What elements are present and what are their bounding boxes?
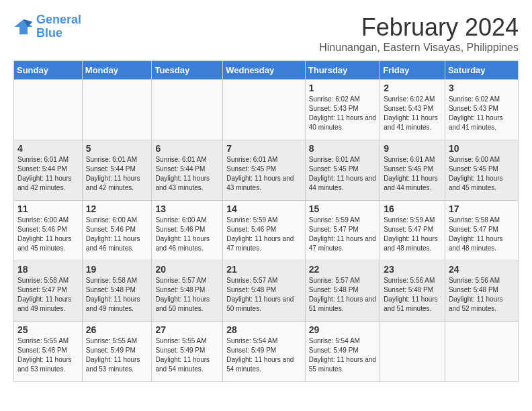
calendar-cell: 26Sunrise: 5:55 AM Sunset: 5:49 PM Dayli…	[82, 322, 152, 382]
day-detail: Sunrise: 6:00 AM Sunset: 5:46 PM Dayligh…	[86, 216, 148, 253]
day-number: 28	[226, 324, 302, 335]
calendar-cell: 10Sunrise: 6:00 AM Sunset: 5:45 PM Dayli…	[445, 140, 518, 201]
calendar-header-row: SundayMondayTuesdayWednesdayThursdayFrid…	[14, 61, 519, 80]
day-number: 23	[384, 264, 441, 275]
calendar-cell	[223, 80, 306, 140]
day-number: 21	[226, 264, 302, 275]
day-detail: Sunrise: 5:55 AM Sunset: 5:49 PM Dayligh…	[86, 336, 148, 374]
day-number: 11	[17, 203, 79, 214]
calendar-cell: 18Sunrise: 5:58 AM Sunset: 5:47 PM Dayli…	[14, 261, 83, 322]
calendar-week-3: 11Sunrise: 6:00 AM Sunset: 5:46 PM Dayli…	[14, 201, 519, 261]
day-number: 4	[17, 143, 79, 154]
calendar-week-4: 18Sunrise: 5:58 AM Sunset: 5:47 PM Dayli…	[14, 261, 519, 322]
day-detail: Sunrise: 5:59 AM Sunset: 5:47 PM Dayligh…	[309, 216, 376, 253]
calendar-cell: 25Sunrise: 5:55 AM Sunset: 5:48 PM Dayli…	[14, 322, 83, 382]
calendar-cell: 19Sunrise: 5:58 AM Sunset: 5:48 PM Dayli…	[82, 261, 152, 322]
day-number: 27	[155, 324, 219, 335]
logo-icon	[13, 17, 34, 37]
day-detail: Sunrise: 5:59 AM Sunset: 5:47 PM Dayligh…	[384, 216, 441, 253]
location-title: Hinunangan, Eastern Visayas, Philippines	[319, 42, 519, 54]
calendar-cell: 20Sunrise: 5:57 AM Sunset: 5:48 PM Dayli…	[152, 261, 223, 322]
calendar-cell	[14, 80, 83, 140]
day-number: 26	[86, 324, 148, 335]
day-detail: Sunrise: 5:57 AM Sunset: 5:48 PM Dayligh…	[155, 276, 219, 314]
day-number: 10	[449, 143, 515, 154]
day-detail: Sunrise: 6:01 AM Sunset: 5:44 PM Dayligh…	[86, 155, 148, 193]
day-detail: Sunrise: 5:54 AM Sunset: 5:49 PM Dayligh…	[309, 336, 376, 374]
day-number: 17	[449, 203, 515, 214]
day-detail: Sunrise: 6:01 AM Sunset: 5:45 PM Dayligh…	[226, 155, 302, 193]
calendar-cell: 2Sunrise: 6:02 AM Sunset: 5:43 PM Daylig…	[380, 80, 445, 140]
day-number: 7	[226, 143, 302, 154]
calendar-cell	[380, 322, 445, 382]
day-detail: Sunrise: 6:00 AM Sunset: 5:46 PM Dayligh…	[155, 216, 219, 253]
day-number: 8	[309, 143, 376, 154]
day-number: 25	[17, 324, 79, 335]
day-number: 2	[384, 83, 441, 93]
day-number: 19	[86, 264, 148, 275]
calendar-cell: 9Sunrise: 6:01 AM Sunset: 5:45 PM Daylig…	[380, 140, 445, 201]
day-number: 16	[384, 203, 441, 214]
day-detail: Sunrise: 6:02 AM Sunset: 5:43 PM Dayligh…	[449, 95, 515, 132]
header-friday: Friday	[380, 61, 445, 80]
calendar-cell: 12Sunrise: 6:00 AM Sunset: 5:46 PM Dayli…	[82, 201, 152, 261]
day-detail: Sunrise: 6:02 AM Sunset: 5:43 PM Dayligh…	[384, 95, 441, 132]
header-monday: Monday	[82, 61, 152, 80]
day-detail: Sunrise: 6:01 AM Sunset: 5:44 PM Dayligh…	[17, 155, 79, 193]
calendar-cell: 1Sunrise: 6:02 AM Sunset: 5:43 PM Daylig…	[305, 80, 380, 140]
day-detail: Sunrise: 6:00 AM Sunset: 5:46 PM Dayligh…	[17, 216, 79, 253]
calendar-cell: 16Sunrise: 5:59 AM Sunset: 5:47 PM Dayli…	[380, 201, 445, 261]
calendar-cell: 11Sunrise: 6:00 AM Sunset: 5:46 PM Dayli…	[14, 201, 83, 261]
calendar-cell: 17Sunrise: 5:58 AM Sunset: 5:47 PM Dayli…	[445, 201, 518, 261]
day-detail: Sunrise: 6:01 AM Sunset: 5:45 PM Dayligh…	[309, 155, 376, 193]
calendar-cell: 6Sunrise: 6:01 AM Sunset: 5:44 PM Daylig…	[152, 140, 223, 201]
day-detail: Sunrise: 5:57 AM Sunset: 5:48 PM Dayligh…	[309, 276, 376, 314]
calendar-cell: 7Sunrise: 6:01 AM Sunset: 5:45 PM Daylig…	[223, 140, 306, 201]
calendar-week-5: 25Sunrise: 5:55 AM Sunset: 5:48 PM Dayli…	[14, 322, 519, 382]
calendar-table: SundayMondayTuesdayWednesdayThursdayFrid…	[13, 60, 519, 382]
calendar-cell: 15Sunrise: 5:59 AM Sunset: 5:47 PM Dayli…	[305, 201, 380, 261]
day-detail: Sunrise: 6:00 AM Sunset: 5:45 PM Dayligh…	[449, 155, 515, 193]
day-detail: Sunrise: 6:02 AM Sunset: 5:43 PM Dayligh…	[309, 95, 376, 132]
day-number: 13	[155, 203, 219, 214]
day-detail: Sunrise: 6:01 AM Sunset: 5:45 PM Dayligh…	[384, 155, 441, 193]
day-detail: Sunrise: 5:59 AM Sunset: 5:46 PM Dayligh…	[226, 216, 302, 253]
day-detail: Sunrise: 5:55 AM Sunset: 5:49 PM Dayligh…	[155, 336, 219, 374]
day-detail: Sunrise: 5:54 AM Sunset: 5:49 PM Dayligh…	[226, 336, 302, 374]
calendar-week-1: 1Sunrise: 6:02 AM Sunset: 5:43 PM Daylig…	[14, 80, 519, 140]
header-thursday: Thursday	[305, 61, 380, 80]
header-wednesday: Wednesday	[223, 61, 306, 80]
day-detail: Sunrise: 5:58 AM Sunset: 5:47 PM Dayligh…	[449, 216, 515, 253]
day-number: 14	[226, 203, 302, 214]
month-title: February 2024	[319, 13, 519, 42]
header-tuesday: Tuesday	[152, 61, 223, 80]
day-detail: Sunrise: 5:58 AM Sunset: 5:47 PM Dayligh…	[17, 276, 79, 314]
calendar-cell: 23Sunrise: 5:56 AM Sunset: 5:48 PM Dayli…	[380, 261, 445, 322]
calendar-week-2: 4Sunrise: 6:01 AM Sunset: 5:44 PM Daylig…	[14, 140, 519, 201]
calendar-cell	[445, 322, 518, 382]
day-number: 6	[155, 143, 219, 154]
calendar-cell: 27Sunrise: 5:55 AM Sunset: 5:49 PM Dayli…	[152, 322, 223, 382]
calendar-cell: 22Sunrise: 5:57 AM Sunset: 5:48 PM Dayli…	[305, 261, 380, 322]
calendar-cell	[82, 80, 152, 140]
logo-text: General Blue	[36, 13, 81, 40]
title-area: February 2024 Hinunangan, Eastern Visaya…	[319, 13, 519, 54]
calendar-cell: 14Sunrise: 5:59 AM Sunset: 5:46 PM Dayli…	[223, 201, 306, 261]
header-saturday: Saturday	[445, 61, 518, 80]
calendar-cell: 13Sunrise: 6:00 AM Sunset: 5:46 PM Dayli…	[152, 201, 223, 261]
logo: General Blue	[13, 13, 81, 40]
calendar-cell: 4Sunrise: 6:01 AM Sunset: 5:44 PM Daylig…	[14, 140, 83, 201]
header: General Blue February 2024 Hinunangan, E…	[13, 13, 519, 54]
day-number: 24	[449, 264, 515, 275]
day-detail: Sunrise: 5:57 AM Sunset: 5:48 PM Dayligh…	[226, 276, 302, 314]
header-sunday: Sunday	[14, 61, 83, 80]
day-number: 20	[155, 264, 219, 275]
day-number: 15	[309, 203, 376, 214]
day-number: 22	[309, 264, 376, 275]
day-number: 5	[86, 143, 148, 154]
day-number: 3	[449, 83, 515, 93]
day-detail: Sunrise: 5:58 AM Sunset: 5:48 PM Dayligh…	[86, 276, 148, 314]
day-detail: Sunrise: 5:55 AM Sunset: 5:48 PM Dayligh…	[17, 336, 79, 374]
calendar-cell: 5Sunrise: 6:01 AM Sunset: 5:44 PM Daylig…	[82, 140, 152, 201]
day-detail: Sunrise: 5:56 AM Sunset: 5:48 PM Dayligh…	[449, 276, 515, 314]
